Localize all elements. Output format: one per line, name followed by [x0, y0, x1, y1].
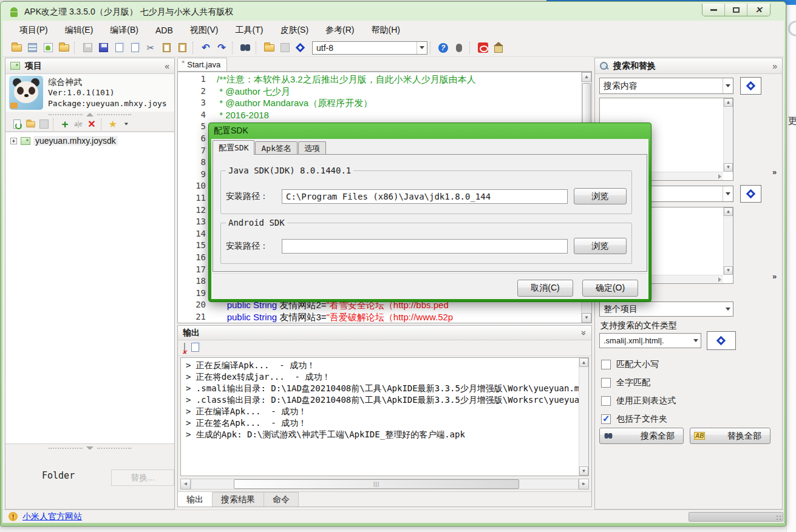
folder-switch-icon[interactable] — [262, 41, 276, 55]
replace-all-button[interactable]: AB 替换全部 — [690, 428, 770, 444]
scroll-down-icon[interactable]: ▼ — [724, 163, 733, 172]
encoding-combobox[interactable]: utf-8 — [312, 41, 427, 55]
favorites-icon[interactable]: ★ — [107, 118, 119, 130]
clear-search-button[interactable] — [740, 77, 761, 95]
copy-output-icon[interactable] — [191, 343, 199, 354]
search-content-combobox[interactable]: 搜索内容 — [599, 78, 733, 94]
official-site-link[interactable]: 小米人官方网站 — [22, 511, 82, 522]
collapse-right-icon[interactable]: » — [772, 61, 777, 71]
output-tab[interactable]: 搜索结果 — [213, 492, 264, 507]
resize-grip[interactable] — [775, 514, 783, 522]
collapse-left-icon[interactable]: « — [165, 61, 169, 71]
import-folder-icon[interactable] — [57, 41, 70, 55]
copy-icon[interactable] — [128, 41, 141, 55]
close-button[interactable]: ✕ — [747, 4, 770, 16]
checkbox-row[interactable]: 使用正则表达式 — [601, 392, 777, 410]
search-all-button[interactable]: 搜索全部 — [599, 428, 684, 444]
open-apk-icon[interactable] — [10, 41, 23, 55]
filetype-dropdown-arrow[interactable] — [690, 334, 701, 348]
tree-node-label[interactable]: yueyuan.mhxy.joysdk — [33, 136, 118, 146]
encoding-dropdown-arrow[interactable] — [417, 42, 427, 54]
open-work-folder-icon[interactable] — [24, 118, 36, 130]
scroll-right-icon[interactable] — [718, 174, 721, 179]
replace-dropdown-arrow[interactable] — [723, 186, 733, 201]
redo-icon[interactable]: ↷ — [215, 41, 228, 55]
bug-report-icon[interactable] — [452, 41, 466, 55]
menu-item[interactable]: 项目(P) — [11, 22, 56, 39]
output-hscrollbar[interactable]: ◄ ||| ► — [180, 479, 589, 490]
output-tab[interactable]: 输出 — [178, 492, 213, 507]
checkbox-row[interactable]: 包括子文件夹 — [601, 410, 777, 428]
cancel-button[interactable]: 取消(C) — [517, 280, 573, 297]
android-project-icon[interactable] — [41, 41, 55, 55]
maximize-button[interactable] — [725, 4, 747, 16]
menu-item[interactable]: 编译(B) — [101, 22, 147, 39]
clear-filetype-button[interactable] — [707, 331, 736, 350]
output-tab[interactable]: 命令 — [264, 492, 299, 507]
expand-search-icon[interactable]: » — [772, 167, 777, 177]
checkbox[interactable] — [601, 360, 611, 369]
expand-replace-icon[interactable]: » — [772, 272, 777, 281]
checkbox[interactable] — [601, 378, 611, 388]
refresh-icon[interactable] — [11, 118, 23, 130]
scope-dropdown-arrow[interactable] — [723, 302, 733, 316]
scroll-left-icon[interactable]: ◄ — [180, 479, 191, 490]
menu-item[interactable]: 皮肤(S) — [271, 22, 317, 39]
image-view-icon[interactable] — [38, 118, 50, 130]
search-icon[interactable] — [239, 41, 252, 55]
checkbox-row[interactable]: 匹配大小写 — [601, 355, 777, 374]
editor-tab-start-java[interactable]: × Start.java — [177, 58, 227, 71]
rename-icon[interactable]: a|e — [72, 118, 84, 130]
export-icon[interactable] — [278, 41, 291, 55]
favorites-dropdown-icon[interactable] — [120, 118, 132, 130]
home-icon[interactable] — [492, 41, 505, 55]
add-icon[interactable]: + — [59, 118, 71, 130]
dialog-titlebar[interactable]: 配置SDK — [214, 124, 248, 138]
scroll-right-icon[interactable]: ► — [579, 479, 589, 490]
output-log[interactable]: > 正在反编译Apk... - 成功！> 正在将dex转成jar... - 成功… — [180, 357, 589, 476]
search-dropdown-arrow[interactable] — [723, 78, 733, 93]
clear-output-icon[interactable] — [184, 343, 191, 353]
minimize-button[interactable] — [702, 4, 725, 16]
dialog-tab[interactable]: Apk签名 — [255, 141, 297, 155]
scroll-down-icon[interactable]: ▼ — [724, 266, 733, 275]
project-tree[interactable]: yueyuan.mhxy.joysdk — [5, 132, 174, 444]
tab-close-icon[interactable]: × — [182, 59, 185, 65]
menu-item[interactable]: 帮助(H) — [362, 22, 408, 39]
paste-special-icon[interactable] — [175, 41, 189, 55]
weibo-icon[interactable] — [476, 41, 489, 55]
save-reload-icon[interactable] — [112, 41, 126, 55]
dialog-tab[interactable]: 选项 — [298, 141, 326, 155]
cut-icon[interactable]: ✂ — [144, 41, 157, 55]
scroll-up-icon[interactable]: ▲ — [724, 98, 733, 107]
checkbox-row[interactable]: 全字匹配 — [601, 374, 777, 392]
textarea-vscrollbar[interactable]: ▲ ▼ — [723, 98, 733, 172]
java-browse-button[interactable]: 浏览 — [574, 188, 627, 204]
textarea-vscrollbar[interactable]: ▲ ▼ — [723, 207, 733, 275]
scroll-up-icon[interactable]: ▲ — [579, 358, 588, 367]
scroll-thumb[interactable]: ||| — [234, 479, 519, 489]
menu-item[interactable]: ADB — [147, 22, 182, 38]
save-icon[interactable] — [81, 41, 94, 55]
checkbox[interactable] — [601, 414, 611, 424]
menu-item[interactable]: 工具(T) — [226, 22, 271, 39]
tree-node-root[interactable]: yueyuan.mhxy.joysdk — [8, 136, 172, 146]
java-path-input[interactable]: C:\Program Files (x86)\Java\jdk1.8.0_144 — [282, 189, 568, 204]
search-scope-select[interactable]: 整个项目 — [599, 301, 733, 317]
help-icon[interactable]: ? — [437, 41, 450, 55]
undo-icon[interactable]: ↶ — [199, 41, 213, 55]
filetype-combobox[interactable]: .smali|.xml|.html|. — [599, 333, 701, 348]
delete-icon[interactable]: ✕ — [86, 118, 98, 130]
new-project-icon[interactable] — [26, 41, 39, 55]
save-all-icon[interactable] — [97, 41, 110, 55]
scroll-down-icon[interactable]: ▼ — [579, 466, 588, 476]
output-vscrollbar[interactable]: ▲ ▼ — [579, 358, 588, 476]
menu-item[interactable]: 视图(V) — [182, 22, 227, 39]
info-splitter[interactable] — [5, 112, 174, 117]
scroll-up-icon[interactable]: ▲ — [582, 72, 591, 82]
android-path-input[interactable] — [282, 239, 568, 254]
scroll-down-icon[interactable]: ▼ — [582, 313, 591, 323]
clear-replace-button[interactable] — [740, 185, 761, 203]
scroll-up-icon[interactable]: ▲ — [724, 207, 733, 216]
tree-expand-icon[interactable] — [10, 138, 17, 144]
